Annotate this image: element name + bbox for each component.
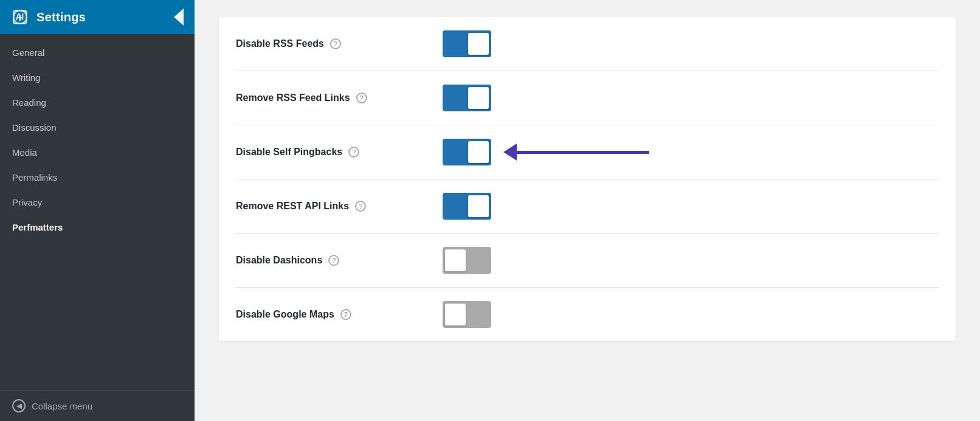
toggle-track (443, 139, 491, 165)
toggle-thumb (445, 249, 466, 271)
setting-label-remove-rest-api-links: Remove REST API Links ? (236, 201, 443, 212)
setting-row-remove-rss-feed-links: Remove RSS Feed Links ? (236, 71, 939, 125)
toggle-thumb (468, 33, 489, 55)
settings-card: Disable RSS Feeds ? Remove RSS Feed Link… (219, 17, 956, 341)
wp-logo-icon: ✛ (11, 8, 29, 26)
sidebar-item-writing[interactable]: Writing (0, 65, 195, 90)
toggle-track (443, 301, 491, 328)
toggle-remove-rss-feed-links[interactable] (443, 85, 491, 111)
toggle-disable-self-pingbacks[interactable] (443, 139, 491, 165)
main-content: Disable RSS Feeds ? Remove RSS Feed Link… (195, 0, 980, 421)
toggle-disable-rss-feeds[interactable] (443, 30, 491, 57)
sidebar-item-permalinks[interactable]: Permalinks (0, 165, 195, 190)
sidebar-collapse-arrow (174, 9, 184, 26)
toggle-thumb (468, 87, 489, 109)
setting-label-disable-rss-feeds: Disable RSS Feeds ? (236, 38, 443, 49)
toggle-track (443, 85, 491, 111)
toggle-thumb (468, 195, 489, 217)
arrow-annotation (503, 144, 649, 161)
setting-label-remove-rss-feed-links: Remove RSS Feed Links ? (236, 92, 443, 103)
collapse-icon: ◀ (12, 399, 26, 412)
toggle-disable-google-maps[interactable] (443, 301, 491, 328)
sidebar-nav: General Writing Reading Discussion Media… (0, 34, 195, 390)
svg-text:✛: ✛ (16, 13, 23, 23)
toggle-track (443, 30, 491, 57)
help-icon-disable-self-pingbacks[interactable]: ? (348, 147, 359, 158)
setting-label-disable-self-pingbacks: Disable Self Pingbacks ? (236, 147, 443, 158)
help-icon-remove-rss-feed-links[interactable]: ? (356, 92, 367, 103)
help-icon-disable-dashicons[interactable]: ? (328, 255, 339, 266)
sidebar-header: ✛ Settings (0, 0, 195, 34)
toggle-track (443, 247, 491, 274)
toggle-thumb (468, 141, 489, 163)
sidebar-item-reading[interactable]: Reading (0, 90, 195, 115)
help-icon-disable-google-maps[interactable]: ? (340, 309, 351, 320)
sidebar-title: Settings (36, 10, 86, 24)
sidebar-item-perfmatters[interactable]: Perfmatters (0, 215, 195, 240)
sidebar: ✛ Settings General Writing Reading Discu… (0, 0, 195, 421)
toggle-disable-dashicons[interactable] (443, 247, 491, 274)
setting-row-disable-self-pingbacks: Disable Self Pingbacks ? (236, 125, 939, 179)
toggle-track (443, 193, 491, 220)
sidebar-item-media[interactable]: Media (0, 140, 195, 165)
setting-row-disable-rss-feeds: Disable RSS Feeds ? (236, 17, 939, 71)
arrow-line (516, 151, 649, 154)
setting-row-disable-dashicons: Disable Dashicons ? (236, 234, 939, 288)
setting-label-disable-dashicons: Disable Dashicons ? (236, 255, 443, 266)
collapse-menu-label: Collapse menu (32, 401, 92, 411)
sidebar-item-privacy[interactable]: Privacy (0, 190, 195, 215)
setting-row-disable-google-maps: Disable Google Maps ? (236, 288, 939, 341)
arrow-head (503, 144, 517, 161)
sidebar-item-discussion[interactable]: Discussion (0, 115, 195, 140)
sidebar-item-general[interactable]: General (0, 40, 195, 65)
setting-row-remove-rest-api-links: Remove REST API Links ? (236, 179, 939, 234)
collapse-menu-button[interactable]: ◀ Collapse menu (0, 390, 195, 421)
help-icon-remove-rest-api-links[interactable]: ? (355, 201, 366, 212)
help-icon-disable-rss-feeds[interactable]: ? (330, 38, 341, 49)
toggle-thumb (445, 304, 466, 325)
toggle-remove-rest-api-links[interactable] (443, 193, 491, 220)
setting-label-disable-google-maps: Disable Google Maps ? (236, 309, 443, 320)
